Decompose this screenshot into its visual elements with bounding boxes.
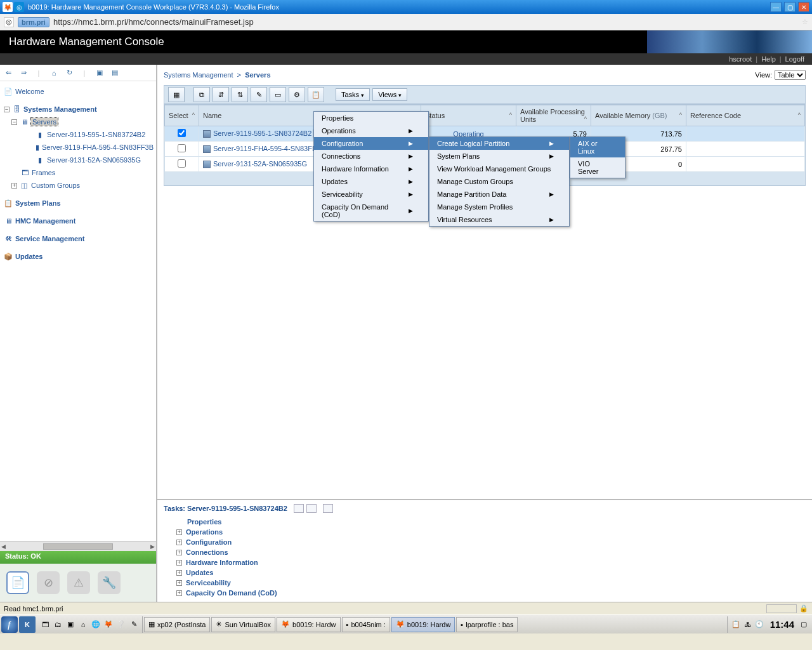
- menu-hardware-information[interactable]: Hardware Information▶: [314, 162, 428, 175]
- clock[interactable]: 11:44: [768, 619, 797, 630]
- collapse-icon[interactable]: −: [11, 119, 17, 125]
- menu-virtual-resources[interactable]: Virtual Resources▶: [429, 213, 569, 226]
- taskbar-item[interactable]: 🦊b0019: Hardw: [277, 617, 341, 632]
- tasks-tb3[interactable]: [323, 504, 333, 513]
- nav-system-plans[interactable]: 📋System Plans: [3, 197, 154, 209]
- tb-clipboard[interactable]: 📋: [308, 87, 324, 102]
- expand-icon[interactable]: +: [11, 183, 17, 189]
- taskbar-item-active[interactable]: 🦊b0019: Hardw: [391, 617, 455, 632]
- nav-server-2[interactable]: ▮Server-9119-FHA-595-4-SN83FF3B: [3, 141, 154, 154]
- task-serviceability[interactable]: +Serviceability: [176, 578, 806, 588]
- nav-systems-management[interactable]: −🗄Systems Management: [3, 103, 154, 116]
- expand-icon[interactable]: +: [176, 580, 182, 586]
- nav-back-icon[interactable]: ⇐: [4, 69, 13, 77]
- ql-files-icon[interactable]: 🗂: [52, 619, 63, 630]
- breadcrumb-link[interactable]: Systems Management: [164, 71, 233, 79]
- nav-custom-groups[interactable]: +◫Custom Groups: [3, 179, 154, 192]
- ql-term-icon[interactable]: ▣: [65, 619, 76, 630]
- menu-manage-custom-groups[interactable]: Manage Custom Groups: [429, 175, 569, 188]
- taskbar-item[interactable]: ☀Sun VirtualBox: [211, 617, 275, 632]
- menu-updates[interactable]: Updates▶: [314, 175, 428, 188]
- nav-service-management[interactable]: 🛠Service Management: [3, 232, 154, 245]
- view-select[interactable]: Table: [775, 70, 806, 80]
- help-link[interactable]: Help: [761, 55, 776, 63]
- tasks-button[interactable]: Tasks: [336, 88, 370, 101]
- tb-copy[interactable]: ⧉: [193, 87, 210, 102]
- nav-server-1[interactable]: ▮Server-9119-595-1-SN83724B2: [3, 128, 154, 141]
- menu-vio-server[interactable]: VIO Server: [570, 157, 625, 178]
- nav-collapse-icon[interactable]: ▤: [110, 69, 119, 77]
- task-configuration[interactable]: +Configuration: [176, 537, 806, 547]
- tb-sort[interactable]: ⇅: [232, 87, 248, 102]
- col-select[interactable]: Select^: [165, 105, 199, 126]
- menu-capacity-on-demand[interactable]: Capacity On Demand (CoD)▶: [314, 201, 428, 221]
- task-updates[interactable]: +Updates: [176, 567, 806, 578]
- ql-help-icon[interactable]: ❔: [115, 619, 127, 630]
- expand-icon[interactable]: +: [176, 560, 182, 566]
- nav-servers[interactable]: −🖥Servers: [3, 116, 154, 128]
- task-capacity-on-demand[interactable]: +Capacity On Demand (CoD): [176, 588, 806, 598]
- row-checkbox[interactable]: [178, 129, 186, 137]
- views-button[interactable]: Views: [372, 88, 407, 101]
- ql-firefox-icon[interactable]: 🦊: [103, 619, 114, 630]
- menu-manage-partition-data[interactable]: Manage Partition Data▶: [429, 188, 569, 201]
- menu-properties[interactable]: Properties: [314, 112, 428, 124]
- status-warning-icon[interactable]: ⚠: [67, 571, 90, 594]
- tb-filter[interactable]: ▭: [270, 87, 286, 102]
- status-doc-icon[interactable]: 📄: [6, 571, 29, 594]
- col-ref[interactable]: Reference Code^: [686, 105, 805, 126]
- menu-system-plans[interactable]: System Plans▶: [429, 150, 569, 162]
- tb-settings[interactable]: ⚙: [289, 87, 305, 102]
- tray-klipper-icon[interactable]: 📋: [731, 620, 740, 628]
- row-checkbox[interactable]: [178, 144, 186, 152]
- tb-select-all[interactable]: ▦: [168, 87, 185, 102]
- kde-button[interactable]: K: [19, 616, 36, 633]
- ql-home-icon[interactable]: ⌂: [77, 619, 89, 630]
- nav-forward-icon[interactable]: ⇒: [19, 69, 28, 77]
- tasks-tb1[interactable]: [294, 504, 304, 513]
- tb-edit[interactable]: ✎: [251, 87, 267, 102]
- row-checkbox[interactable]: [178, 159, 186, 168]
- tb-paste[interactable]: ⇵: [213, 87, 229, 102]
- menu-serviceability[interactable]: Serviceability▶: [314, 188, 428, 201]
- taskbar-item[interactable]: ▪lparprofile : bas: [456, 617, 518, 632]
- task-properties[interactable]: Properties: [176, 517, 806, 527]
- ql-desktop-icon[interactable]: 🗔: [39, 619, 51, 630]
- menu-manage-system-profiles[interactable]: Manage System Profiles: [429, 201, 569, 213]
- expand-icon[interactable]: +: [176, 529, 182, 535]
- taskbar-item[interactable]: ▪b0045nim :: [342, 617, 390, 632]
- expand-icon[interactable]: +: [176, 540, 182, 545]
- menu-connections[interactable]: Connections▶: [314, 150, 428, 162]
- ql-web-icon[interactable]: 🌐: [90, 619, 102, 630]
- nav-home-icon[interactable]: ⌂: [49, 69, 58, 77]
- bookmark-star-icon[interactable]: ☆: [802, 18, 808, 26]
- close-button[interactable]: ✕: [798, 2, 809, 12]
- url-text[interactable]: https://hmc1.brm.pri/hmc/connects/mainui…: [53, 17, 798, 27]
- expand-icon[interactable]: +: [176, 570, 182, 576]
- task-hardware-information[interactable]: +Hardware Information: [176, 557, 806, 567]
- menu-aix-or-linux[interactable]: AIX or Linux: [570, 137, 625, 157]
- taskbar-item[interactable]: ▦xp02 (PostInsta: [144, 617, 210, 632]
- minimize-button[interactable]: —: [770, 2, 782, 12]
- start-button[interactable]: ƒ: [1, 616, 18, 633]
- tray-network-icon[interactable]: 🖧: [744, 621, 751, 628]
- status-tool-icon[interactable]: 🔧: [98, 571, 121, 594]
- nav-welcome[interactable]: 📄Welcome: [3, 85, 154, 98]
- nav-server-3[interactable]: ▮Server-9131-52A-SN065935G: [3, 154, 154, 166]
- menu-configuration[interactable]: Configuration▶: [314, 137, 428, 150]
- nav-updates[interactable]: 📦Updates: [3, 250, 154, 263]
- nav-expand-icon[interactable]: ▣: [95, 69, 104, 77]
- nav-scrollbar[interactable]: ◀▶: [0, 541, 156, 551]
- nav-hmc-management[interactable]: 🖥HMC Management: [3, 215, 154, 227]
- menu-create-logical-partition[interactable]: Create Logical Partition▶: [429, 137, 569, 150]
- ql-edit-icon[interactable]: ✎: [128, 619, 140, 630]
- status-error-icon[interactable]: ⊘: [37, 571, 60, 594]
- logoff-link[interactable]: Logoff: [785, 55, 804, 63]
- expand-icon[interactable]: +: [176, 550, 182, 555]
- nav-refresh-icon[interactable]: ↻: [65, 69, 74, 77]
- task-connections[interactable]: +Connections: [176, 547, 806, 557]
- menu-view-workload-groups[interactable]: View Workload Management Groups: [429, 162, 569, 175]
- tray-desktop-icon[interactable]: ▢: [801, 620, 807, 628]
- tray-clock-icon[interactable]: 🕙: [755, 620, 764, 628]
- nav-frames[interactable]: 🗔Frames: [3, 166, 154, 179]
